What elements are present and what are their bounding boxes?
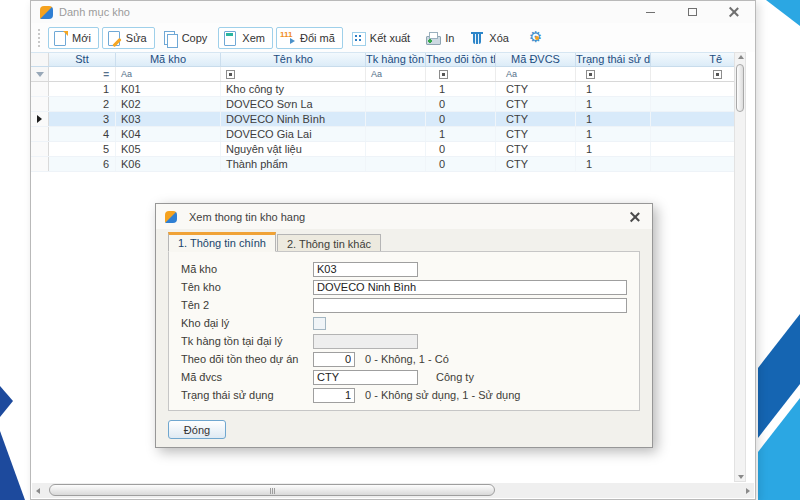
trang-thai-field[interactable] (313, 388, 355, 403)
column-header[interactable]: Theo dõi tồn theo (426, 53, 496, 66)
table-cell[interactable] (651, 97, 737, 111)
filter-cell[interactable]: Aa (366, 67, 426, 81)
table-cell[interactable]: K05 (116, 142, 221, 156)
column-header[interactable]: Mã ĐVCS (496, 53, 576, 66)
vertical-scrollbar-thumb[interactable] (736, 64, 744, 112)
table-cell[interactable]: 1 (426, 127, 496, 141)
column-header[interactable]: Trạng thái sử dụn (576, 53, 651, 66)
table-cell[interactable]: 1 (576, 112, 651, 126)
column-header[interactable]: Mã kho (116, 53, 221, 66)
dong-button[interactable]: Đóng (168, 420, 226, 439)
filter-cell[interactable]: = (49, 67, 116, 81)
dialog-close-icon[interactable] (627, 209, 643, 225)
filter-cell[interactable] (221, 67, 366, 81)
table-cell[interactable]: 0 (426, 142, 496, 156)
table-cell[interactable]: 1 (576, 97, 651, 111)
kho-dai-ly-checkbox[interactable] (313, 317, 326, 330)
table-cell[interactable]: 1 (49, 82, 116, 96)
tab-thong-tin-chinh[interactable]: 1. Thông tin chính (168, 232, 276, 252)
ten-2-field[interactable] (313, 298, 627, 313)
table-cell[interactable] (366, 142, 426, 156)
toolbar-button-delete[interactable]: Xóa (465, 27, 517, 49)
toolbar-button-export[interactable]: Kết xuất (346, 27, 418, 49)
table-cell[interactable]: 0 (426, 157, 496, 171)
filter-cell[interactable] (426, 67, 496, 81)
table-cell[interactable] (366, 127, 426, 141)
table-cell[interactable]: K04 (116, 127, 221, 141)
table-cell[interactable]: K01 (116, 82, 221, 96)
filter-cell[interactable]: Aa (496, 67, 576, 81)
toolbar-button-print[interactable]: In (421, 27, 462, 49)
table-row[interactable]: 2K02DOVECO Sơn La0CTY1 (31, 97, 737, 112)
column-header[interactable]: Tên kho (221, 53, 366, 66)
horizontal-scrollbar[interactable] (32, 483, 754, 498)
table-cell[interactable]: 3 (49, 112, 116, 126)
ma-kho-field[interactable] (313, 262, 418, 277)
table-cell[interactable]: 1 (576, 82, 651, 96)
table-row[interactable]: 1K01Kho công ty1CTY1 (31, 82, 737, 97)
table-cell[interactable]: CTY (496, 142, 576, 156)
table-cell[interactable]: Nguyên vật liệu (221, 142, 366, 156)
toolbar-button-new[interactable]: Mới (48, 27, 99, 49)
filter-indicator-cell[interactable] (31, 67, 49, 81)
table-cell[interactable]: CTY (496, 112, 576, 126)
toolbar-button-view[interactable]: Xem (218, 27, 273, 49)
table-cell[interactable]: 6 (49, 157, 116, 171)
filter-cell[interactable]: Aa (116, 67, 221, 81)
table-cell[interactable]: 1 (576, 142, 651, 156)
table-cell[interactable]: 5 (49, 142, 116, 156)
table-cell[interactable]: 2 (49, 97, 116, 111)
table-cell[interactable]: DOVECO Gia Lai (221, 127, 366, 141)
table-cell[interactable]: 1 (426, 82, 496, 96)
toolbar-button-settings[interactable] (524, 27, 552, 49)
table-cell[interactable]: CTY (496, 127, 576, 141)
table-cell[interactable]: 0 (426, 112, 496, 126)
table-cell[interactable]: DOVECO Ninh Bình (221, 112, 366, 126)
table-cell[interactable] (651, 127, 737, 141)
table-row[interactable]: 4K04DOVECO Gia Lai1CTY1 (31, 127, 737, 142)
table-cell[interactable] (651, 142, 737, 156)
table-cell[interactable]: K02 (116, 97, 221, 111)
table-cell[interactable] (651, 157, 737, 171)
toolbar-button-label: Xem (242, 32, 265, 44)
table-cell[interactable]: K03 (116, 112, 221, 126)
maximize-button[interactable] (671, 1, 713, 23)
table-cell[interactable]: 1 (576, 157, 651, 171)
table-row[interactable]: 3K03DOVECO Ninh Bình0CTY1 (31, 112, 737, 127)
table-row[interactable]: 6K06Thành phẩm0CTY1 (31, 157, 737, 172)
horizontal-scrollbar-thumb[interactable] (49, 484, 495, 496)
scroll-down-icon (738, 475, 744, 479)
table-cell[interactable] (651, 82, 737, 96)
table-cell[interactable]: K06 (116, 157, 221, 171)
column-header[interactable]: Tê (651, 53, 737, 66)
table-cell[interactable]: CTY (496, 82, 576, 96)
table-cell[interactable] (651, 112, 737, 126)
table-cell[interactable] (366, 82, 426, 96)
table-cell[interactable]: 0 (426, 97, 496, 111)
close-button[interactable] (713, 1, 755, 23)
toolbar-button-edit[interactable]: Sửa (102, 27, 155, 49)
filter-cell[interactable] (651, 67, 737, 81)
filter-cell[interactable] (576, 67, 651, 81)
theo-doi-field[interactable] (313, 352, 355, 367)
table-cell[interactable]: CTY (496, 97, 576, 111)
table-cell[interactable]: Kho công ty (221, 82, 366, 96)
table-cell[interactable]: 1 (576, 127, 651, 141)
table-cell[interactable] (366, 97, 426, 111)
column-header[interactable]: Stt (49, 53, 116, 66)
ten-kho-field[interactable] (313, 280, 627, 295)
toolbar-button-changecode[interactable]: Đổi mã (276, 27, 343, 49)
table-cell[interactable] (366, 112, 426, 126)
table-cell[interactable] (366, 157, 426, 171)
vertical-scrollbar[interactable] (734, 52, 746, 482)
table-cell[interactable]: DOVECO Sơn La (221, 97, 366, 111)
table-row[interactable]: 5K05Nguyên vật liệu0CTY1 (31, 142, 737, 157)
column-header[interactable]: Tk hàng tồn t (366, 53, 426, 66)
table-cell[interactable]: 4 (49, 127, 116, 141)
dialog-titlebar: Xem thong tin kho hang (156, 204, 652, 229)
ma-dvcs-field[interactable] (313, 370, 418, 385)
toolbar-button-copy[interactable]: Copy (158, 27, 216, 49)
table-cell[interactable]: Thành phẩm (221, 157, 366, 171)
minimize-button[interactable] (629, 1, 671, 23)
table-cell[interactable]: CTY (496, 157, 576, 171)
